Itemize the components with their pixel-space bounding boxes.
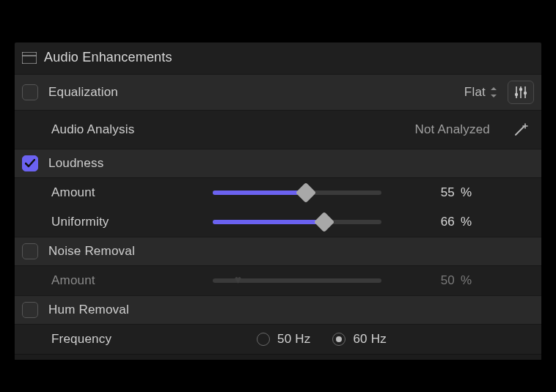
- noise-removal-row: Noise Removal: [15, 237, 541, 266]
- loudness-uniformity-value[interactable]: 66: [403, 215, 455, 229]
- hum-removal-frequency-label: Frequency: [51, 332, 257, 347]
- hum-removal-row: Hum Removal: [15, 295, 541, 325]
- slider-thumb[interactable]: [295, 182, 315, 203]
- equalization-preset-value: Flat: [464, 85, 486, 100]
- loudness-uniformity-row: Uniformity 66 %: [15, 207, 541, 237]
- slider-thumb[interactable]: [314, 212, 334, 232]
- svg-point-6: [519, 88, 522, 91]
- loudness-amount-label: Amount: [51, 185, 213, 200]
- loudness-amount-row: Amount 55 %: [15, 178, 541, 207]
- sliders-icon: [513, 86, 528, 99]
- loudness-label: Loudness: [48, 156, 210, 171]
- equalization-preset-dropdown[interactable]: Flat: [464, 85, 497, 100]
- audio-analysis-label: Audio Analysis: [51, 122, 213, 137]
- panel-title: Audio Enhancements: [44, 50, 172, 65]
- noise-removal-amount-value: 50: [403, 273, 455, 288]
- noise-removal-checkbox[interactable]: [22, 243, 38, 259]
- frequency-radio-group: 50 Hz 60 Hz: [257, 332, 401, 347]
- hum-removal-label: Hum Removal: [48, 303, 210, 317]
- wand-icon: [512, 122, 530, 138]
- frequency-50hz-radio[interactable]: [257, 333, 270, 346]
- frequency-60hz-radio[interactable]: [332, 333, 345, 346]
- loudness-uniformity-unit: %: [455, 215, 484, 229]
- equalization-label: Equalization: [48, 85, 210, 100]
- audio-enhancements-panel: Audio Enhancements Equalization Flat: [15, 42, 541, 360]
- noise-removal-amount-unit: %: [455, 273, 484, 288]
- audio-analysis-row: Audio Analysis Not Analyzed: [15, 111, 541, 149]
- noise-removal-amount-row: Amount ♥ 50 %: [15, 266, 541, 295]
- loudness-uniformity-label: Uniformity: [51, 215, 213, 229]
- loudness-uniformity-slider[interactable]: [213, 220, 381, 224]
- panel-header: Audio Enhancements: [15, 42, 541, 74]
- loudness-checkbox[interactable]: [22, 155, 38, 171]
- equalizer-button[interactable]: [508, 81, 534, 104]
- svg-line-8: [516, 127, 524, 135]
- loudness-amount-unit: %: [455, 185, 484, 200]
- loudness-amount-slider[interactable]: [213, 191, 381, 195]
- analyze-button[interactable]: [508, 118, 534, 141]
- frequency-60hz-label: 60 Hz: [353, 332, 386, 347]
- noise-removal-label: Noise Removal: [48, 244, 210, 259]
- noise-removal-amount-slider: ♥: [213, 278, 381, 283]
- equalization-checkbox[interactable]: [22, 84, 38, 100]
- svg-point-5: [515, 93, 518, 96]
- svg-rect-0: [22, 52, 37, 64]
- hum-removal-frequency-row: Frequency 50 Hz 60 Hz: [15, 325, 541, 354]
- loudness-row: Loudness: [15, 149, 541, 178]
- frequency-50hz-label: 50 Hz: [277, 332, 310, 347]
- audio-analysis-status: Not Analyzed: [414, 122, 490, 137]
- updown-icon: [490, 86, 497, 98]
- panel-footer: [15, 354, 541, 360]
- panel-icon: [22, 52, 37, 64]
- svg-point-7: [524, 92, 527, 95]
- check-icon: [25, 159, 35, 168]
- loudness-amount-value[interactable]: 55: [403, 185, 455, 200]
- hum-removal-checkbox[interactable]: [22, 302, 38, 318]
- equalization-row: Equalization Flat: [15, 74, 541, 111]
- heart-icon: ♥: [235, 273, 242, 286]
- noise-removal-amount-label: Amount: [51, 273, 213, 288]
